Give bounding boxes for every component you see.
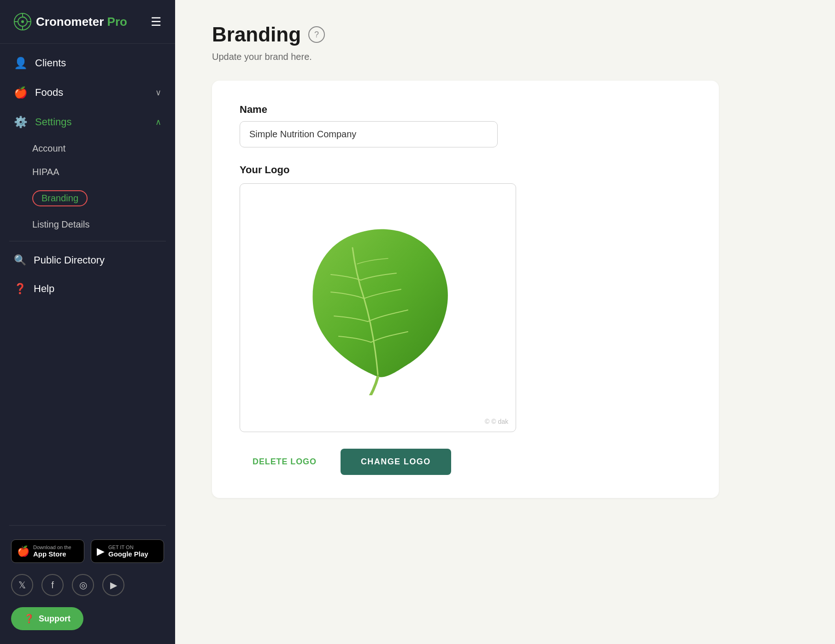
page-help-icon[interactable]: ? (308, 26, 325, 43)
social-icons-row: 𝕏 f ◎ ▶ (11, 574, 164, 596)
bottom-divider (9, 525, 166, 526)
app-store-button[interactable]: 🍎 Download on the App Store (11, 539, 84, 563)
settings-submenu: Account HIPAA Branding Listing Details (0, 137, 175, 236)
sidebar-item-public-directory-label: Public Directory (34, 254, 105, 266)
support-button[interactable]: ❓ Support (11, 607, 83, 630)
apple-icon: 🍎 (17, 545, 29, 557)
change-logo-button[interactable]: CHANGE LOGO (341, 449, 451, 475)
sidebar-item-public-directory[interactable]: 🔍 Public Directory (0, 246, 175, 275)
settings-chevron-icon: ∧ (155, 117, 161, 127)
delete-logo-button[interactable]: DELETE LOGO (240, 450, 329, 474)
sidebar-item-clients[interactable]: 👤 Clients (0, 48, 175, 78)
page-header: Branding ? (212, 23, 798, 46)
app-store-small-text: Download on the (33, 544, 71, 550)
logo-field-label: Your Logo (240, 164, 691, 176)
logo-leaf-image (300, 220, 456, 395)
facebook-icon[interactable]: f (41, 574, 64, 596)
store-buttons-container: 🍎 Download on the App Store ▶ GET IT ON … (11, 539, 164, 563)
sidebar-item-account[interactable]: Account (0, 137, 175, 160)
main-content: Branding ? Update your brand here. Name … (175, 0, 835, 644)
foods-chevron-icon: ∨ (155, 88, 161, 98)
sidebar-item-help[interactable]: ❓ Help (0, 275, 175, 303)
branding-highlight: Branding (32, 190, 88, 206)
sidebar: Cronometer Pro ☰ 👤 Clients 🍎 Foods ∨ ⚙️ … (0, 0, 175, 644)
sidebar-header: Cronometer Pro ☰ (0, 0, 175, 44)
company-name-input[interactable] (240, 121, 498, 147)
google-play-large-text: Google Play (108, 550, 148, 558)
sidebar-item-help-label: Help (34, 283, 54, 295)
sidebar-item-settings[interactable]: ⚙️ Settings ∧ (0, 107, 175, 137)
sidebar-item-hipaa[interactable]: HIPAA (0, 160, 175, 184)
page-subtitle: Update your brand here. (212, 52, 798, 62)
foods-icon: 🍎 (14, 86, 28, 99)
clients-icon: 👤 (14, 57, 28, 70)
play-icon: ▶ (97, 545, 105, 557)
logo-action-buttons: DELETE LOGO CHANGE LOGO (240, 449, 691, 475)
nav-divider (9, 241, 166, 241)
sidebar-item-branding[interactable]: Branding (0, 184, 175, 213)
sidebar-item-clients-label: Clients (35, 57, 66, 69)
sidebar-navigation: 👤 Clients 🍎 Foods ∨ ⚙️ Settings ∧ Accoun… (0, 44, 175, 521)
sidebar-item-settings-label: Settings (35, 116, 72, 128)
youtube-icon[interactable]: ▶ (102, 574, 124, 596)
settings-icon: ⚙️ (14, 116, 28, 129)
sidebar-bottom: 🍎 Download on the App Store ▶ GET IT ON … (0, 530, 175, 644)
support-icon: ❓ (24, 614, 34, 624)
cronometer-logo-icon (14, 13, 31, 30)
hamburger-menu-icon[interactable]: ☰ (151, 15, 161, 29)
page-title: Branding (212, 23, 301, 46)
app-store-large-text: App Store (33, 550, 71, 558)
app-logo[interactable]: Cronometer Pro (14, 13, 127, 30)
google-play-button[interactable]: ▶ GET IT ON Google Play (91, 539, 164, 563)
help-icon: ❓ (14, 283, 26, 295)
support-button-label: Support (39, 614, 71, 624)
public-directory-icon: 🔍 (14, 254, 26, 266)
logo-watermark: © © dak (485, 418, 508, 425)
svg-point-2 (21, 20, 24, 23)
sidebar-item-foods[interactable]: 🍎 Foods ∨ (0, 78, 175, 107)
sidebar-item-foods-label: Foods (35, 87, 63, 99)
twitter-icon[interactable]: 𝕏 (11, 574, 33, 596)
logo-preview-box: © © dak (240, 183, 516, 432)
google-play-small-text: GET IT ON (108, 544, 148, 550)
name-field-label: Name (240, 104, 691, 116)
branding-form-card: Name Your Logo (212, 81, 719, 498)
app-name: Cronometer Pro (36, 15, 127, 29)
instagram-icon[interactable]: ◎ (72, 574, 94, 596)
sidebar-item-listing-details[interactable]: Listing Details (0, 213, 175, 236)
